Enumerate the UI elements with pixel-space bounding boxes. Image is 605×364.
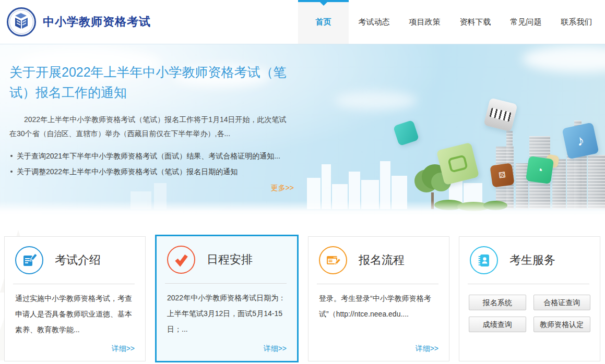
card-title: 报名流程 [359,252,405,268]
notice-title[interactable]: 关于开展2022年上半年中小学教师资格考试（笔试）报名工作的通知 [9,62,292,103]
card-head: 报名流程 [309,237,449,284]
nav-tab-faq[interactable]: 常见问题 [501,0,551,44]
cloud-decor [334,91,418,110]
more-link[interactable]: 更多>> [9,184,294,193]
news-list: 关于查询2021年下半年中小学教师资格考试（面试）结果、考试合格证明的通知...… [9,148,292,179]
site-title: 中小学教师资格考试 [43,14,151,30]
bush-decor [457,202,490,211]
cards-row: 考试介绍 通过实施中小学教师资格考试，考查申请人是否具备教师职业道德、基本素养、… [4,236,600,361]
skyline-building [349,172,360,209]
notice-summary: 2022年上半年中小学教师资格考试（笔试）报名工作将于1月14日开始，此次笔试在… [9,113,291,141]
cloud-decor [522,45,605,72]
nav-tab-downloads[interactable]: 资料下载 [450,0,501,44]
music-note-icon: ♪ [575,132,586,150]
score-query-button[interactable]: 成绩查询 [469,317,526,332]
exam-intro-icon [15,246,43,274]
skyline-building [361,180,379,209]
bush-decor [434,200,464,210]
teacher-certification-button[interactable]: 教师资格认定 [533,317,591,332]
card-title: 考试介绍 [55,252,101,268]
card-body-text: 通过实施中小学教师资格考试，考查申请人是否具备教师职业道德、基本素养、教育教学能… [5,284,145,337]
skyline-building [322,164,331,209]
card-head: 考试介绍 [5,237,145,284]
skyline-building [131,191,151,209]
piano-cube-decor [483,98,517,131]
page: 中小学教师资格考试 首页 考试动态 项目政策 资料下载 常见问题 联系我们 [0,0,605,364]
header: 中小学教师资格考试 首页 考试动态 项目政策 资料下载 常见问题 联系我们 [0,0,605,44]
card-body-text: 2022年中小学教师资格考试日期为：上半年笔试3月12日，面试5月14-15日；… [157,284,297,337]
skyline-building [392,176,407,209]
chat-bubble-icon [447,154,468,173]
schedule-check-icon [167,246,195,274]
card-exam-intro: 考试介绍 通过实施中小学教师资格考试，考查申请人是否具备教师职业道德、基本素养、… [4,236,146,361]
cards-section: 考试介绍 通过实施中小学教师资格考试，考查申请人是否具备教师职业道德、基本素养、… [0,214,605,364]
skyline-building [332,184,348,209]
card-signup-flow: 报名流程 登录。考生登录“中小学教师资格考试”（http://ntce.neea… [308,236,449,361]
card-title: 日程安排 [207,252,253,268]
news-link[interactable]: 关于调整2022年上半年中小学教师资格考试（笔试）报名日期的通知 [9,164,292,179]
card-title: 考生服务 [509,252,555,268]
city-building [516,163,528,209]
candidate-services-icon [470,246,498,274]
nav-tab-contact[interactable]: 联系我们 [551,0,602,44]
site-logo-icon [6,7,37,37]
logo-link[interactable]: 中小学教师资格考试 [6,7,151,37]
signup-flow-icon [319,246,347,274]
tree-decor [431,192,434,209]
divider [468,284,589,284]
skyline-building [464,183,482,209]
search-cube-decor [393,120,419,146]
detail-link[interactable]: 详细>> [264,344,287,354]
bush-decor [483,201,507,210]
dice-cube-decor: ⚄ [490,163,514,187]
card-head: 日程安排 [157,236,297,283]
card-head: 考生服务 [459,237,600,284]
pie-chart-cube-decor: ◔ [526,156,554,184]
news-link[interactable]: 关于查询2021年下半年中小学教师资格考试（面试）结果、考试合格证明的通知... [9,148,292,164]
hero-content: 关于开展2022年上半年中小学教师资格考试（笔试）报名工作的通知 2022年上半… [0,44,292,193]
detail-link[interactable]: 详细>> [112,344,135,354]
nav-tab-home[interactable]: 首页 [298,0,349,44]
piano-keys-icon [489,107,512,122]
skyline-building [380,161,390,209]
nav-tab-exam-news[interactable]: 考试动态 [349,0,399,44]
detail-link[interactable]: 详细>> [416,344,438,354]
city-building [588,155,605,209]
music-cube-decor: ♪ [562,122,599,159]
card-candidate-services: 考生服务 报名系统 合格证查询 成绩查询 教师资格认定 [459,236,600,361]
card-body-text: 登录。考生登录“中小学教师资格考试”（http://ntce.neea.edu.… [309,284,449,322]
signup-system-button[interactable]: 报名系统 [469,295,526,310]
certificate-query-button[interactable]: 合格证查询 [533,295,591,310]
nav-tab-policy[interactable]: 项目政策 [399,0,450,44]
service-buttons: 报名系统 合格证查询 成绩查询 教师资格认定 [469,295,590,332]
hero-banner: ⚄ ◔ ♪ 关于开展2022年上半年中小学教师资格考试（笔试）报名工作的通知 2… [0,44,605,214]
dice-icon: ⚄ [498,170,506,180]
pie-chart-icon: ◔ [536,164,543,176]
card-schedule: 日程安排 2022年中小学教师资格考试日期为：上半年笔试3月12日，面试5月14… [155,235,299,362]
main-nav: 首页 考试动态 项目政策 资料下载 常见问题 联系我们 [298,0,602,44]
skyline-building [307,178,321,209]
